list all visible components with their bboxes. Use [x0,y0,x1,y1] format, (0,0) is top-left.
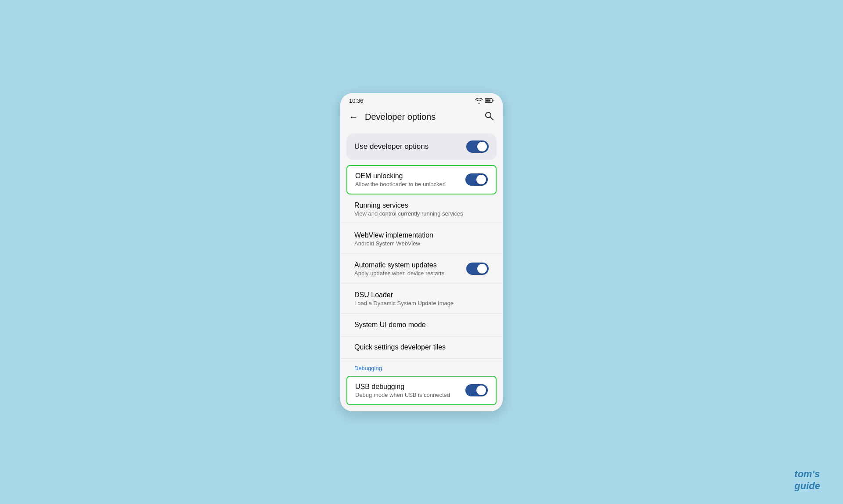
auto-updates-row[interactable]: Automatic system updates Apply updates w… [340,254,503,284]
dsu-loader-row[interactable]: DSU Loader Load a Dynamic System Update … [340,284,503,314]
webview-subtitle: Android System WebView [354,240,433,247]
dsu-loader-subtitle: Load a Dynamic System Update Image [354,300,454,306]
phone-frame: 10:36 ← Developer options [340,93,503,411]
system-ui-demo-row[interactable]: System UI demo mode [340,314,503,336]
page-title: Developer options [365,112,477,122]
status-icons [475,98,494,104]
watermark-line2: guide [794,480,820,492]
webview-text: WebView implementation Android System We… [354,231,433,247]
oem-unlocking-toggle[interactable] [465,173,488,186]
debugging-section-label: Debugging [340,359,503,374]
usb-debugging-title: USB debugging [355,383,450,391]
quick-settings-title: Quick settings developer tiles [354,343,446,351]
back-button[interactable]: ← [347,110,360,124]
usb-debugging-text: USB debugging Debug mode when USB is con… [355,383,450,398]
running-services-subtitle: View and control currently running servi… [354,210,463,217]
svg-rect-2 [493,100,494,101]
webview-title: WebView implementation [354,231,433,239]
developer-options-toggle[interactable] [466,140,489,153]
usb-debugging-row[interactable]: USB debugging Debug mode when USB is con… [346,376,497,405]
oem-unlocking-text: OEM unlocking Allow the bootloader to be… [355,172,446,187]
oem-unlocking-title: OEM unlocking [355,172,446,180]
top-bar: ← Developer options [340,107,503,129]
dsu-loader-title: DSU Loader [354,291,454,299]
system-ui-demo-title: System UI demo mode [354,321,426,329]
running-services-title: Running services [354,202,463,209]
running-services-text: Running services View and control curren… [354,202,463,217]
watermark: tom's guide [794,468,820,492]
oem-unlocking-subtitle: Allow the bootloader to be unlocked [355,181,446,187]
auto-updates-subtitle: Apply updates when device restarts [354,270,444,277]
battery-icon [485,98,494,103]
status-time: 10:36 [349,97,364,104]
dsu-loader-text: DSU Loader Load a Dynamic System Update … [354,291,454,306]
svg-rect-1 [486,100,490,102]
webview-row[interactable]: WebView implementation Android System We… [340,224,503,254]
auto-updates-text: Automatic system updates Apply updates w… [354,261,444,277]
developer-options-label: Use developer options [354,142,429,151]
status-bar: 10:36 [340,93,503,107]
running-services-row[interactable]: Running services View and control curren… [340,194,503,224]
usb-debugging-subtitle: Debug mode when USB is connected [355,392,450,398]
auto-updates-title: Automatic system updates [354,261,444,269]
system-ui-demo-text: System UI demo mode [354,321,426,329]
quick-settings-text: Quick settings developer tiles [354,343,446,351]
svg-line-4 [490,117,494,120]
content-area: Use developer options OEM unlocking Allo… [340,129,503,411]
search-icon [484,111,494,121]
oem-unlocking-row[interactable]: OEM unlocking Allow the bootloader to be… [346,165,497,194]
auto-updates-toggle[interactable] [466,263,489,275]
quick-settings-row[interactable]: Quick settings developer tiles [340,336,503,359]
search-button[interactable] [483,109,496,125]
developer-options-toggle-row[interactable]: Use developer options [346,133,497,160]
watermark-line1: tom's [794,468,820,480]
usb-debugging-toggle[interactable] [465,384,488,396]
wifi-icon [475,98,483,104]
